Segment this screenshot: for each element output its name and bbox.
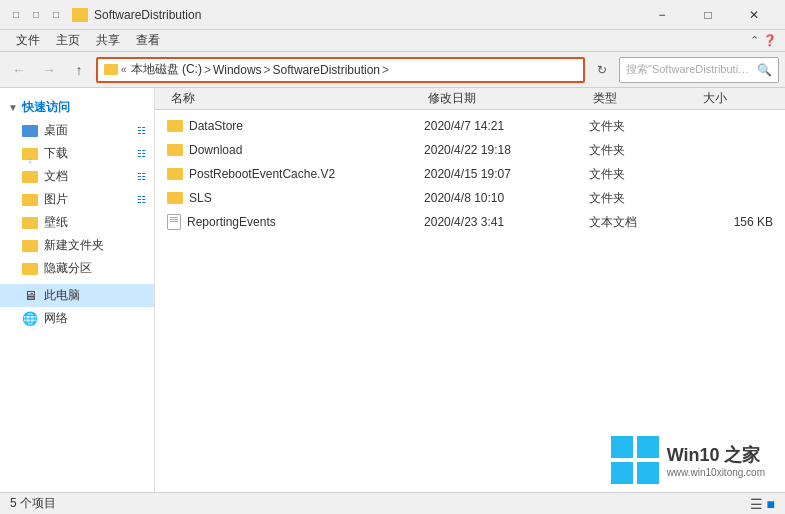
download-folder-icon: ↓ [22, 146, 38, 162]
sidebar: ▼ 快速访问 桌面 ☷ ↓ 下载 ☷ 文档 ☷ [0, 88, 155, 492]
search-icon[interactable]: 🔍 [757, 63, 772, 77]
forward-button[interactable]: → [36, 57, 62, 83]
svg-rect-3 [637, 462, 659, 484]
sidebar-item-wallpaper-label: 壁纸 [44, 214, 68, 231]
sidebar-item-hidden-partition-label: 隐藏分区 [44, 260, 92, 277]
minimize-button[interactable]: − [639, 0, 685, 30]
col-header-name[interactable]: 名称 [167, 90, 424, 107]
title-bar-icon-1: □ [8, 7, 24, 23]
sidebar-item-new-folder[interactable]: 新建文件夹 [0, 234, 154, 257]
file-name-cell-0: DataStore [167, 119, 424, 133]
sidebar-item-docs-label: 文档 [44, 168, 68, 185]
quick-access-header[interactable]: ▼ 快速访问 [0, 96, 154, 119]
item-count: 5 个项目 [10, 495, 56, 512]
address-part-2[interactable]: Windows [213, 63, 262, 77]
sidebar-item-network-label: 网络 [44, 310, 68, 327]
address-sep-3: > [382, 63, 389, 77]
sidebar-item-pictures-label: 图片 [44, 191, 68, 208]
download-pin-icon: ☷ [137, 148, 146, 159]
title-bar-controls: − □ ✕ [639, 0, 777, 30]
address-part-3[interactable]: SoftwareDistribution [273, 63, 380, 77]
up-button[interactable]: ↑ [66, 57, 92, 83]
menu-bar: 文件 主页 共享 查看 ⌃ ❓ [0, 30, 785, 52]
watermark-title: Win10 之家 [667, 443, 765, 467]
svg-rect-1 [637, 436, 659, 458]
menu-share[interactable]: 共享 [88, 30, 128, 51]
sidebar-item-hidden-partition[interactable]: 隐藏分区 [0, 257, 154, 280]
view-list-icon[interactable]: ☰ [750, 496, 763, 512]
file-type-1: 文件夹 [589, 142, 699, 159]
col-header-size[interactable]: 大小 [699, 90, 773, 107]
address-sep-2: > [264, 63, 271, 77]
back-button[interactable]: ← [6, 57, 32, 83]
table-row[interactable]: Download 2020/4/22 19:18 文件夹 [155, 138, 785, 162]
desktop-icon [22, 123, 38, 139]
sidebar-item-download[interactable]: ↓ 下载 ☷ [0, 142, 154, 165]
file-date-0: 2020/4/7 14:21 [424, 119, 589, 133]
sidebar-item-this-pc-label: 此电脑 [44, 287, 80, 304]
menu-view[interactable]: 查看 [128, 30, 168, 51]
file-name-4: ReportingEvents [187, 215, 276, 229]
file-date-2: 2020/4/15 19:07 [424, 167, 589, 181]
menu-home[interactable]: 主页 [48, 30, 88, 51]
view-grid-icon[interactable]: ■ [767, 496, 775, 512]
close-button[interactable]: ✕ [731, 0, 777, 30]
watermark-text-block: Win10 之家 www.win10xitong.com [667, 443, 765, 478]
sidebar-item-pictures[interactable]: 图片 ☷ [0, 188, 154, 211]
table-row[interactable]: DataStore 2020/4/7 14:21 文件夹 [155, 114, 785, 138]
title-bar: □ □ □ SoftwareDistribution − □ ✕ [0, 0, 785, 30]
main-content: ▼ 快速访问 桌面 ☷ ↓ 下载 ☷ 文档 ☷ [0, 88, 785, 492]
sidebar-item-wallpaper[interactable]: 壁纸 [0, 211, 154, 234]
file-type-3: 文件夹 [589, 190, 699, 207]
options-icon: ⌃ [750, 34, 759, 47]
file-name-cell-2: PostRebootEventCache.V2 [167, 167, 424, 181]
sidebar-item-this-pc[interactable]: 🖥 此电脑 [0, 284, 154, 307]
table-row[interactable]: PostRebootEventCache.V2 2020/4/15 19:07 … [155, 162, 785, 186]
folder-icon-3 [167, 192, 183, 204]
file-date-4: 2020/4/23 3:41 [424, 215, 589, 229]
menu-file[interactable]: 文件 [8, 30, 48, 51]
sidebar-item-network[interactable]: 🌐 网络 [0, 307, 154, 330]
title-bar-icon-3: □ [48, 7, 64, 23]
address-bar[interactable]: « 本地磁盘 (C:) > Windows > SoftwareDistribu… [96, 57, 585, 83]
network-icon: 🌐 [22, 311, 38, 327]
wallpaper-icon [22, 215, 38, 231]
col-header-date[interactable]: 修改日期 [424, 90, 589, 107]
sidebar-item-download-label: 下载 [44, 145, 68, 162]
svg-rect-0 [611, 436, 633, 458]
windows-logo-icon [611, 436, 659, 484]
file-date-3: 2020/4/8 10:10 [424, 191, 589, 205]
col-header-type[interactable]: 类型 [589, 90, 699, 107]
file-name-cell-4: ReportingEvents [167, 214, 424, 230]
nav-bar: ← → ↑ « 本地磁盘 (C:) > Windows > SoftwareDi… [0, 52, 785, 88]
sidebar-item-docs[interactable]: 文档 ☷ [0, 165, 154, 188]
status-bar: 5 个项目 ☰ ■ [0, 492, 785, 514]
file-name-2: PostRebootEventCache.V2 [189, 167, 335, 181]
docs-pin-icon: ☷ [137, 171, 146, 182]
sidebar-item-desktop[interactable]: 桌面 ☷ [0, 119, 154, 142]
window-title: SoftwareDistribution [94, 8, 639, 22]
table-row[interactable]: SLS 2020/4/8 10:10 文件夹 [155, 186, 785, 210]
search-bar[interactable]: 搜索"SoftwareDistribution" 🔍 [619, 57, 779, 83]
table-row[interactable]: ReportingEvents 2020/4/23 3:41 文本文档 156 … [155, 210, 785, 234]
folder-icon-0 [167, 120, 183, 132]
title-bar-icons: □ □ □ [8, 7, 64, 23]
file-name-3: SLS [189, 191, 212, 205]
file-type-2: 文件夹 [589, 166, 699, 183]
file-list: DataStore 2020/4/7 14:21 文件夹 Download 20… [155, 110, 785, 492]
refresh-button[interactable]: ↻ [589, 57, 615, 83]
file-type-4: 文本文档 [589, 214, 699, 231]
this-pc-icon: 🖥 [22, 288, 38, 304]
column-headers: 名称 修改日期 类型 大小 [155, 88, 785, 110]
watermark: Win10 之家 www.win10xitong.com [611, 436, 765, 484]
pictures-icon [22, 192, 38, 208]
folder-icon-2 [167, 168, 183, 180]
file-name-cell-3: SLS [167, 191, 424, 205]
help-icon[interactable]: ❓ [763, 34, 777, 47]
maximize-button[interactable]: □ [685, 0, 731, 30]
address-chevron-start: « [121, 64, 127, 75]
file-type-0: 文件夹 [589, 118, 699, 135]
address-part-1[interactable]: 本地磁盘 (C:) [131, 61, 202, 78]
quick-access-chevron: ▼ [8, 102, 18, 113]
folder-icon-1 [167, 144, 183, 156]
